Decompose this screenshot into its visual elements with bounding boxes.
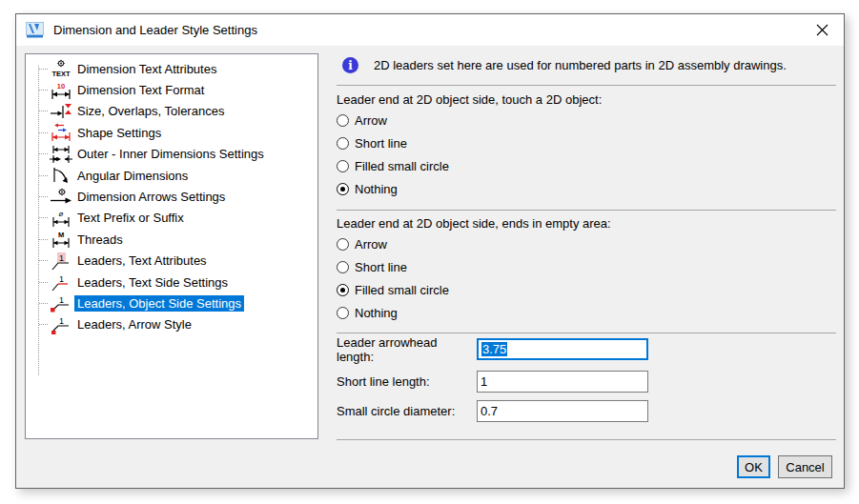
titlebar: Dimension and Leader Style Settings [16,14,844,46]
field-short-line-length: Short line length: [337,370,836,393]
radio-label: Arrow [355,113,387,128]
radio-label: Arrow [355,237,387,252]
tree-item-leaders-text-attributes[interactable]: 1 Leaders, Text Attributes [26,251,317,272]
tree-item-label: Leaders, Text Attributes [74,252,210,269]
radio-label: Nothing [355,306,398,320]
radio-label: Filled small circle [355,283,449,297]
close-button[interactable] [800,14,844,46]
tree-item-label: Size, Overlaps, Tolerances [74,103,227,119]
radio-touch-short-line[interactable]: Short line [337,132,407,153]
separator [337,333,836,333]
radio-icon-checked[interactable] [337,284,349,296]
field-label: Leader arrowhead length: [337,335,477,364]
tree-item-dimension-text-attributes[interactable]: TEXT Dimension Text Attributes [26,58,317,79]
tree-item-leaders-text-side[interactable]: 1 Leaders, Text Side Settings [26,272,317,292]
leader-arrowhead-length-input[interactable]: 3.75 [477,338,648,360]
info-row: i 2D leaders set here are used for numbe… [342,57,787,73]
leaders-object-side-icon: 1 [48,293,74,312]
svg-text:1: 1 [59,253,64,263]
settings-category-tree: TEXT Dimension Text Attributes 10 Dimens… [25,53,318,439]
close-icon [816,24,828,36]
tree-item-size-overlaps-tolerances[interactable]: Size, Overlaps, Tolerances [26,101,317,122]
field-leader-arrowhead-length: Leader arrowhead length: 3.75 [337,337,836,361]
radio-icon[interactable] [337,307,349,319]
tree-item-label: Outer - Inner Dimensions Settings [74,146,267,162]
radio-touch-filled-small-circle[interactable]: Filled small circle [337,155,449,176]
info-text: 2D leaders set here are used for numbere… [374,58,787,72]
varicad-logo-icon [26,22,45,39]
dialog-dimension-leader-style-settings: Dimension and Leader Style Settings TEXT… [15,13,845,489]
angular-dimensions-icon [48,166,74,185]
group2-label: Leader end at 2D object side, ends in em… [337,216,611,231]
separator [337,210,836,211]
shape-settings-icon [48,123,74,142]
svg-text:1: 1 [59,316,64,326]
svg-text:TEXT: TEXT [51,70,71,78]
svg-text:10: 10 [57,82,65,91]
leaders-arrow-style-icon: 1 [48,315,74,334]
radio-empty-arrow[interactable]: Arrow [337,233,387,254]
tree-item-label: Angular Dimensions [74,168,191,184]
separator [337,85,836,86]
small-circle-diameter-input[interactable] [477,400,648,422]
cancel-button[interactable]: Cancel [778,455,832,478]
window-title: Dimension and Leader Style Settings [53,23,257,37]
radio-label: Short line [355,136,407,151]
dialog-buttons: OK Cancel [737,455,832,478]
radio-touch-nothing[interactable]: Nothing [337,178,398,199]
svg-text:ø: ø [59,210,64,218]
svg-text:1: 1 [59,295,64,305]
radio-empty-nothing[interactable]: Nothing [337,302,398,323]
tree-item-shape-settings[interactable]: Shape Settings [26,122,317,143]
tree-item-outer-inner-dimensions[interactable]: Outer - Inner Dimensions Settings [26,144,317,165]
tree-item-label: Dimension Arrows Settings [74,189,228,205]
tree-item-label: Dimension Text Attributes [74,61,219,77]
text-prefix-suffix-icon: ø [48,209,74,228]
radio-label: Short line [355,260,407,274]
tree-item-label: Leaders, Text Side Settings [74,274,231,291]
ok-button[interactable]: OK [737,455,770,478]
radio-icon[interactable] [337,160,349,172]
radio-icon[interactable] [337,137,349,150]
radio-icon[interactable] [337,238,349,251]
tree-item-threads[interactable]: M Threads [26,229,317,250]
group1-label: Leader end at 2D object side, touch a 2D… [337,92,602,107]
separator [337,439,836,440]
radio-icon[interactable] [337,261,349,273]
outer-inner-dimensions-icon [48,145,74,164]
leaders-text-side-icon: 1 [48,272,74,292]
tree-item-leaders-arrow-style[interactable]: 1 Leaders, Arrow Style [26,314,317,335]
tree-item-dimension-text-format[interactable]: 10 Dimension Text Format [26,79,317,100]
radio-icon-checked[interactable] [337,183,349,195]
tree-item-label: Text Prefix or Suffix [74,210,187,226]
field-label: Short line length: [337,374,477,389]
dimension-arrows-settings-icon [48,188,74,207]
tree-item-label: Leaders, Arrow Style [74,316,194,333]
tree-item-dimension-arrows-settings[interactable]: Dimension Arrows Settings [26,186,317,207]
svg-text:1: 1 [59,274,64,284]
tree-item-text-prefix-suffix[interactable]: ø Text Prefix or Suffix [26,208,317,229]
field-small-circle-diameter: Small circle diameter: [337,399,836,423]
field-label: Small circle diameter: [337,404,477,418]
tree-item-label: Leaders, Object Side Settings [74,295,244,312]
settings-panel: i 2D leaders set here are used for numbe… [337,53,836,490]
tree-item-angular-dimensions[interactable]: Angular Dimensions [26,165,317,186]
radio-icon[interactable] [337,114,349,127]
selected-input-text: 3.75 [481,342,507,356]
radio-label: Filled small circle [355,159,449,173]
radio-empty-filled-small-circle[interactable]: Filled small circle [337,279,449,300]
svg-text:M: M [58,231,64,239]
radio-label: Nothing [355,182,398,196]
info-icon: i [342,57,358,73]
leaders-text-attributes-icon: 1 [48,252,74,271]
dimension-text-attributes-icon: TEXT [48,59,74,78]
radio-touch-arrow[interactable]: Arrow [337,110,387,131]
tree-item-leaders-object-side[interactable]: 1 Leaders, Object Side Settings [26,292,317,313]
tree-item-label: Dimension Text Format [74,82,207,98]
short-line-length-input[interactable] [477,371,648,393]
threads-icon: M [48,230,74,249]
dimension-text-format-icon: 10 [48,81,74,100]
radio-empty-short-line[interactable]: Short line [337,256,407,277]
tree-item-label: Shape Settings [74,125,164,141]
tree-item-label: Threads [74,232,126,248]
